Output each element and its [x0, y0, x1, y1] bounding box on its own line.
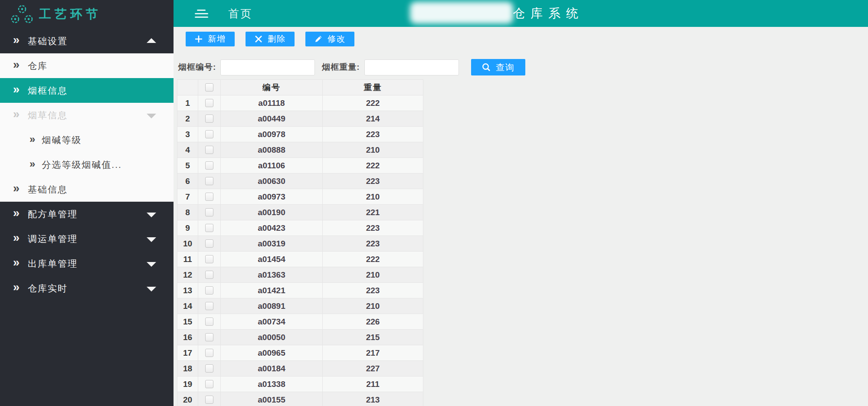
- gears-icon: [10, 4, 33, 24]
- row-checkbox[interactable]: [205, 99, 213, 107]
- query-button[interactable]: 查询: [471, 59, 525, 75]
- table-row[interactable]: 9 a00423 223: [177, 220, 423, 236]
- row-weight: 210: [323, 298, 423, 314]
- row-checkbox[interactable]: [205, 364, 213, 373]
- table-row[interactable]: 15 a00734 226: [177, 314, 423, 330]
- sidebar-item-label: 烟框信息: [28, 85, 68, 97]
- row-checkbox[interactable]: [205, 318, 213, 326]
- row-checkbox[interactable]: [205, 161, 213, 170]
- table-row[interactable]: 14 a00891 210: [177, 298, 423, 314]
- row-checkbox[interactable]: [205, 380, 213, 388]
- sidebar-item[interactable]: » 出库单管理: [0, 251, 174, 276]
- sidebar-item-label: 分选等级烟碱值...: [42, 159, 122, 171]
- table-row[interactable]: 3 a00978 223: [177, 127, 423, 142]
- row-index: 13: [177, 283, 198, 298]
- row-checkbox[interactable]: [205, 208, 213, 216]
- row-index: 18: [177, 361, 198, 377]
- table-row[interactable]: 2 a00449 214: [177, 111, 423, 127]
- table-row[interactable]: 4 a00888 210: [177, 142, 423, 158]
- table-row[interactable]: 19 a01338 211: [177, 377, 423, 392]
- sidebar-item[interactable]: » 仓库: [0, 53, 174, 78]
- double-chevron-icon: »: [13, 59, 20, 71]
- row-weight: 223: [323, 236, 423, 252]
- sidebar-item[interactable]: » 基础信息: [0, 177, 174, 202]
- double-chevron-icon: »: [13, 183, 20, 194]
- row-code: a00423: [221, 220, 323, 236]
- table-row[interactable]: 18 a00184 227: [177, 361, 423, 377]
- row-code: a00050: [221, 330, 323, 345]
- row-checkbox[interactable]: [205, 115, 213, 123]
- row-weight: 210: [323, 189, 423, 205]
- row-weight: 222: [323, 95, 423, 111]
- double-chevron-icon: »: [13, 207, 20, 219]
- query-button-label: 查询: [496, 62, 515, 73]
- table-row[interactable]: 6 a00630 223: [177, 174, 423, 189]
- table-row[interactable]: 20 a00155 213: [177, 392, 423, 406]
- row-index: 16: [177, 330, 198, 345]
- row-checkbox[interactable]: [205, 177, 213, 185]
- sidebar-item[interactable]: » 烟草信息: [0, 103, 174, 128]
- row-index: 7: [177, 189, 198, 205]
- row-checkbox[interactable]: [205, 349, 213, 357]
- table-row[interactable]: 8 a00190 221: [177, 205, 423, 220]
- select-all-header: [198, 80, 221, 95]
- row-index: 9: [177, 220, 198, 236]
- pencil-icon: [314, 35, 323, 43]
- modify-button[interactable]: 修改: [305, 32, 354, 46]
- row-weight: 210: [323, 267, 423, 283]
- row-weight: 213: [323, 392, 423, 406]
- sidebar-item[interactable]: » 烟框信息: [0, 78, 174, 103]
- row-checkbox[interactable]: [205, 130, 213, 138]
- row-code: a00978: [221, 127, 323, 142]
- table-row[interactable]: 12 a01363 210: [177, 267, 423, 283]
- row-checkbox[interactable]: [205, 286, 213, 295]
- row-index: 2: [177, 111, 198, 127]
- row-checkbox[interactable]: [205, 146, 213, 154]
- row-checkbox[interactable]: [205, 396, 213, 404]
- table-row[interactable]: 17 a00965 217: [177, 345, 423, 361]
- plus-icon: [194, 35, 203, 43]
- sidebar-item[interactable]: » 烟碱等级: [0, 128, 174, 152]
- select-all-checkbox[interactable]: [205, 83, 213, 92]
- row-checkbox[interactable]: [205, 224, 213, 232]
- row-checkbox[interactable]: [205, 271, 213, 279]
- code-input[interactable]: [220, 59, 315, 75]
- row-weight: 223: [323, 174, 423, 189]
- row-code: a00891: [221, 298, 323, 314]
- table-row[interactable]: 16 a00050 215: [177, 330, 423, 345]
- sidebar-item[interactable]: » 配方单管理: [0, 202, 174, 226]
- table-row[interactable]: 1 a01118 222: [177, 95, 423, 111]
- table-row[interactable]: 11 a01454 222: [177, 252, 423, 267]
- row-checkbox[interactable]: [205, 255, 213, 263]
- row-checkbox[interactable]: [205, 333, 213, 341]
- brand-title: 工艺环节: [39, 6, 102, 23]
- weight-input[interactable]: [364, 59, 459, 75]
- row-code: a01454: [221, 252, 323, 267]
- row-checkbox[interactable]: [205, 239, 213, 248]
- sidebar: 工艺环节 » 基础设置 » 仓库 » 烟框信息 » 烟草信息 » 烟碱等级 » …: [0, 0, 174, 406]
- main-area: 首页 仓库系统 新增 删除 修改 烟框编号:: [174, 0, 868, 406]
- table-row[interactable]: 13 a01421 223: [177, 283, 423, 298]
- row-code: a00190: [221, 205, 323, 220]
- data-grid: 编号 重量 1 a01118 222 2 a00449 214 3: [177, 79, 423, 406]
- row-weight: 223: [323, 220, 423, 236]
- row-index: 10: [177, 236, 198, 252]
- sidebar-item[interactable]: » 仓库实时: [0, 276, 174, 301]
- table-row[interactable]: 5 a01106 222: [177, 158, 423, 174]
- row-code: a01338: [221, 377, 323, 392]
- add-button[interactable]: 新增: [186, 32, 235, 46]
- toolbar: 新增 删除 修改: [186, 32, 354, 46]
- sidebar-item-label: 配方单管理: [28, 208, 78, 220]
- sidebar-item[interactable]: » 分选等级烟碱值...: [0, 152, 174, 177]
- brand: 工艺环节: [0, 0, 174, 29]
- delete-button[interactable]: 删除: [246, 32, 295, 46]
- table-row[interactable]: 10 a00319 223: [177, 236, 423, 252]
- row-checkbox[interactable]: [205, 302, 213, 310]
- sidebar-item[interactable]: » 调运单管理: [0, 226, 174, 251]
- hamburger-icon[interactable]: [194, 7, 208, 20]
- row-checkbox[interactable]: [205, 193, 213, 201]
- table-row[interactable]: 7 a00973 210: [177, 189, 423, 205]
- sidebar-item[interactable]: » 基础设置: [0, 29, 174, 53]
- row-code: a00973: [221, 189, 323, 205]
- row-index: 19: [177, 377, 198, 392]
